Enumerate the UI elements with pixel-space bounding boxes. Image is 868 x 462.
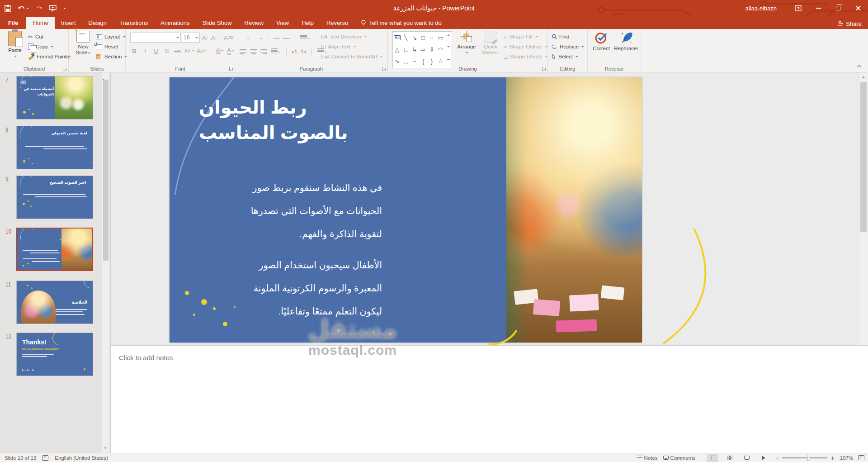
convert-smartart-button[interactable]: ⬱▤Convert to SmartArt [321,52,382,62]
zoom-slider[interactable] [782,457,827,458]
thumb-scroll-down-icon[interactable] [104,448,107,450]
normal-view-button[interactable] [707,454,718,462]
start-from-beginning-button[interactable] [49,5,57,12]
paste-button[interactable]: Paste [4,31,26,57]
shape-glyph-icon[interactable]: ◠ [438,47,443,52]
save-button[interactable] [5,5,11,12]
font-size-dropdown-icon[interactable] [195,37,198,40]
shape-glyph-icon[interactable]: { [422,58,424,64]
shape-effects-button[interactable]: ❑Shape Effects [504,52,548,62]
share-button[interactable]: Share [837,20,862,27]
tab-file[interactable]: File [0,17,26,29]
customize-qat-icon[interactable] [63,8,66,10]
replace-button[interactable]: abac Replace [552,42,584,52]
select-dropdown-icon[interactable] [576,56,578,59]
shape-glyph-icon[interactable]: } [431,58,433,64]
zoom-level[interactable]: 107% [840,455,853,461]
shape-glyph-icon[interactable]: ◡ [403,58,408,64]
tab-design[interactable]: Design [82,17,113,29]
slide-11-thumb[interactable]: الخلاصة [16,281,93,324]
change-case-button[interactable]: Aa [197,46,206,55]
font-color-button[interactable]: A [226,46,235,55]
copy-dropdown-icon[interactable] [51,46,53,49]
thumb-scroll-up-icon[interactable] [102,71,105,80]
line-spacing-button[interactable] [300,35,310,41]
shape-glyph-icon[interactable]: ▭ [438,35,443,41]
slide-body-text[interactable]: في هذه النشاط سنقوم بربط صور الحيوانات م… [246,176,382,323]
increase-font-size-button[interactable]: A˄ [201,33,209,42]
layout-button[interactable]: Layout [96,32,127,42]
increase-indent-button[interactable] [283,36,290,41]
rephraser-button[interactable]: Rephraser [613,31,639,52]
gallery-scroll-down-icon[interactable] [447,46,450,49]
reset-button[interactable]: Reset [96,42,127,52]
tell-me-box[interactable]: Tell me what you want to do [361,19,441,29]
font-dialog-launcher[interactable] [229,67,233,71]
notes-placeholder[interactable]: Click to add notes [119,354,173,362]
shape-glyph-icon[interactable]: □ [421,35,425,41]
ribbon-display-options-button[interactable] [788,0,808,16]
minimize-button[interactable] [808,0,828,16]
paragraph-dialog-launcher[interactable] [382,67,386,71]
collapse-ribbon-button[interactable] [855,64,863,70]
underline-button[interactable]: U [152,46,160,55]
italic-button[interactable]: I [141,46,149,55]
decrease-font-size-button[interactable]: A˅ [210,33,218,42]
account-name[interactable]: aliaa.elbazn [745,5,777,12]
tab-transitions[interactable]: Transitions [113,17,154,29]
tab-view[interactable]: View [270,17,295,29]
format-painter-button[interactable]: Format Painter [28,52,71,62]
align-left-button[interactable] [240,49,246,54]
redo-button[interactable] [35,5,42,11]
find-button[interactable]: Find [552,32,584,42]
shape-glyph-icon[interactable]: ⇨ [421,47,426,52]
bullets-button[interactable] [240,35,250,41]
text-highlight-button[interactable]: ab [216,46,224,55]
gallery-scroll-up-icon[interactable] [447,33,450,36]
character-spacing-button[interactable]: AV [184,46,194,55]
align-text-button[interactable]: [↕]Align Text [321,42,382,52]
comments-toggle-button[interactable]: Comments [663,455,696,461]
close-button[interactable] [848,0,868,16]
font-size-combobox[interactable] [182,33,200,43]
slide-counter[interactable]: Slide 10 of 13 [5,455,36,461]
clear-formatting-button[interactable]: A⌫ [224,33,233,42]
slide-photo-children[interactable] [506,77,642,343]
slide-7-thumb[interactable]: 01 أنشطة ممتعة عن الحيوانات [16,76,93,119]
zoom-out-button[interactable]: − [775,455,779,461]
correct-button[interactable]: Correct [590,31,613,52]
slide-9-thumb[interactable]: اختر الصوت الصحيح [16,176,93,219]
shape-glyph-icon[interactable]: ☆ [438,58,443,64]
font-size-input[interactable] [184,34,195,41]
tab-slideshow[interactable]: Slide Show [196,17,238,29]
strikethrough-button[interactable]: S [163,46,171,55]
font-name-dropdown-icon[interactable] [176,37,179,40]
copy-button[interactable]: Copy [28,42,71,52]
drawing-dialog-launcher[interactable] [542,67,546,71]
shape-outline-button[interactable]: ▱Shape Outline [504,42,548,52]
align-right-button[interactable] [260,49,267,54]
select-button[interactable]: Select [552,52,584,62]
undo-dropdown-icon[interactable] [26,8,29,10]
slide-10-thumb-selected[interactable]: ربط الحيوان بالصوت المناسب [16,228,93,271]
undo-button[interactable] [18,5,29,11]
strikethrough-abc-button[interactable]: abc [174,46,182,55]
restore-button[interactable] [828,0,848,16]
rtl-direction-button[interactable]: ¶◂ [301,49,306,55]
replace-dropdown-icon[interactable] [581,46,584,49]
tab-review[interactable]: Review [238,17,270,29]
shape-glyph-icon[interactable]: ∟ [403,47,409,52]
shape-fill-button[interactable]: ◇Shape Fill [504,32,548,42]
bold-button[interactable]: B [130,46,138,55]
vertical-scrollbar[interactable] [858,72,868,362]
thumbnail-scrollbar[interactable] [102,72,109,453]
tab-animations[interactable]: Animations [154,17,196,29]
shape-glyph-icon[interactable]: ~ [413,58,416,64]
layout-dropdown-icon[interactable] [123,36,126,39]
scroll-up-icon[interactable] [862,75,865,78]
slide-title[interactable]: ربط الحيوان بالصوت المناسب [199,95,362,145]
text-direction-button[interactable]: |↕AText Direction [321,32,382,42]
thumb-scrollbar-thumb[interactable] [103,80,108,261]
arrange-button[interactable]: Arrange [455,31,478,54]
slide-sorter-view-button[interactable] [724,454,736,462]
